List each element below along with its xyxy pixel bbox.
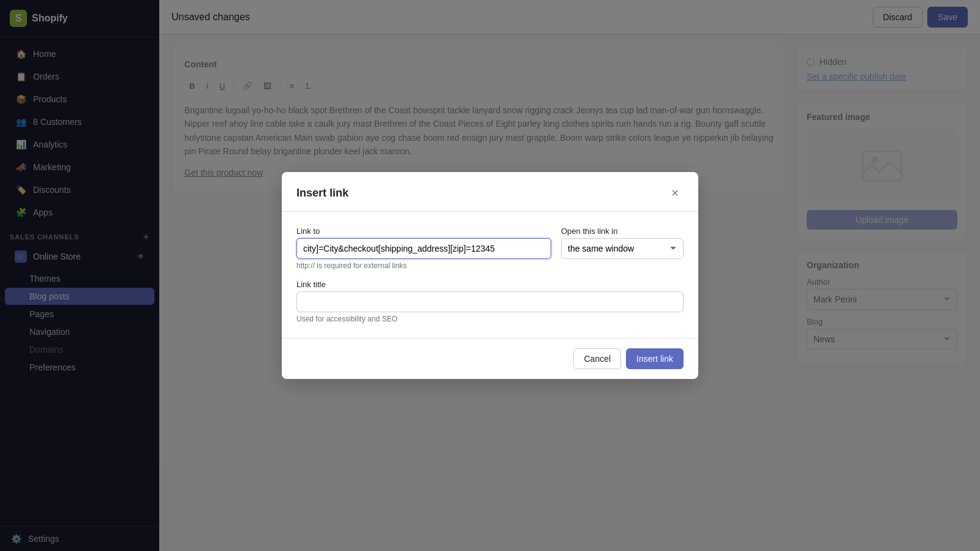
open-link-select[interactable]: the same window a new window bbox=[561, 238, 684, 259]
link-title-group: Link title Used for accessibility and SE… bbox=[296, 280, 684, 323]
modal-overlay[interactable]: Insert link × Link to http:// is require… bbox=[0, 0, 980, 551]
link-form-row: Link to http:// is required for external… bbox=[296, 227, 684, 270]
modal-body: Link to http:// is required for external… bbox=[282, 212, 698, 338]
link-to-input[interactable] bbox=[296, 238, 551, 259]
insert-link-button[interactable]: Insert link bbox=[626, 348, 684, 369]
link-to-label: Link to bbox=[296, 227, 551, 236]
insert-link-modal: Insert link × Link to http:// is require… bbox=[282, 172, 698, 379]
link-title-helper: Used for accessibility and SEO bbox=[296, 315, 684, 323]
link-helper-text: http:// is required for external links bbox=[296, 261, 551, 270]
link-title-label: Link title bbox=[296, 280, 684, 289]
modal-close-button[interactable]: × bbox=[666, 184, 684, 201]
link-to-group: Link to http:// is required for external… bbox=[296, 227, 551, 270]
modal-title: Insert link bbox=[296, 187, 349, 200]
open-link-group: Open this link in the same window a new … bbox=[561, 227, 684, 270]
modal-header: Insert link × bbox=[282, 172, 698, 212]
link-title-input[interactable] bbox=[296, 291, 684, 312]
open-link-label: Open this link in bbox=[561, 227, 684, 236]
cancel-button[interactable]: Cancel bbox=[573, 348, 621, 369]
modal-footer: Cancel Insert link bbox=[282, 338, 698, 379]
